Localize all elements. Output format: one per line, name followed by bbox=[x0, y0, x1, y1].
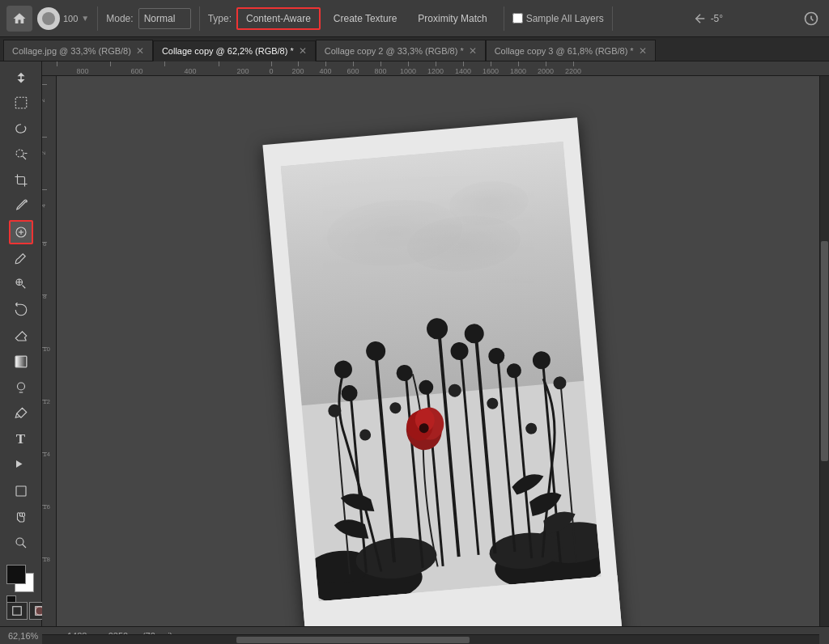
ruler-tick bbox=[271, 61, 272, 66]
svg-point-12 bbox=[17, 383, 24, 390]
tool-history-brush[interactable] bbox=[9, 298, 33, 322]
tool-eyedropper[interactable] bbox=[9, 194, 33, 218]
ruler-label: 1600 bbox=[483, 67, 499, 75]
tab-collage-copy2[interactable]: Collage copy 2 @ 33,3% (RGB/8) * ✕ bbox=[316, 40, 486, 61]
mode-select[interactable]: Normal bbox=[138, 8, 191, 29]
horizontal-scrollbar-thumb[interactable] bbox=[236, 637, 470, 643]
ruler-label: 1000 bbox=[400, 67, 416, 75]
svg-rect-32 bbox=[514, 373, 533, 558]
svg-rect-13 bbox=[16, 486, 26, 496]
type-label: Type: bbox=[208, 13, 232, 24]
tool-lasso[interactable] bbox=[9, 117, 33, 141]
ruler-label: 1800 bbox=[510, 67, 526, 75]
v-ruler-label: 6 bbox=[43, 240, 46, 248]
sample-all-layers-label: Sample All Layers bbox=[526, 13, 604, 24]
svg-point-44 bbox=[506, 362, 522, 379]
tab-label: Collage copy 3 @ 61,8% (RGB/8) * bbox=[495, 46, 634, 56]
tab-label: Collage copy @ 62,2% (RGB/8) * bbox=[162, 46, 294, 56]
tool-path-select[interactable] bbox=[9, 453, 33, 477]
proximity-match-button[interactable]: Proximity Match bbox=[410, 7, 495, 30]
horizontal-ruler: 800 600 400 200 0 200 400 600 800 1000 bbox=[42, 61, 829, 76]
ruler-tick bbox=[353, 61, 354, 66]
tool-crop[interactable] bbox=[9, 168, 33, 193]
separator-1 bbox=[97, 6, 98, 31]
v-ruler-label: 2 bbox=[42, 99, 46, 102]
tab-collage-copy[interactable]: Collage copy @ 62,2% (RGB/8) * ✕ bbox=[153, 40, 316, 61]
tab-close-copy2[interactable]: ✕ bbox=[469, 45, 477, 57]
ruler-tick bbox=[408, 61, 409, 66]
pressure-button[interactable] bbox=[800, 7, 823, 30]
sample-all-layers-checkbox[interactable] bbox=[512, 13, 523, 23]
tool-hand[interactable] bbox=[9, 505, 33, 529]
ruler-tick bbox=[463, 61, 464, 66]
svg-point-38 bbox=[396, 364, 414, 382]
tab-label: Collage copy 2 @ 33,3% (RGB/8) * bbox=[325, 46, 464, 56]
tool-gradient[interactable] bbox=[9, 350, 33, 374]
tab-close-copy[interactable]: ✕ bbox=[299, 45, 307, 57]
ruler-tick bbox=[164, 61, 165, 66]
ruler-label: 2000 bbox=[538, 67, 554, 75]
tabs-row: Collage.jpg @ 33,3% (RGB/8) ✕ Collage co… bbox=[0, 37, 829, 61]
v-ruler-label: 14 bbox=[43, 451, 50, 458]
angle-container: -5° bbox=[693, 11, 723, 26]
separator-2 bbox=[199, 6, 200, 31]
tool-clone-stamp[interactable] bbox=[9, 272, 33, 296]
pressure-container bbox=[800, 7, 823, 30]
svg-point-49 bbox=[553, 376, 567, 390]
separator-4 bbox=[612, 6, 613, 31]
ruler-label: 1400 bbox=[455, 67, 471, 75]
color-swatches[interactable] bbox=[6, 565, 36, 594]
mode-label: Mode: bbox=[106, 13, 133, 24]
tool-spot-healing[interactable] bbox=[9, 220, 33, 244]
tab-close-collage[interactable]: ✕ bbox=[136, 45, 144, 57]
ruler-label: 600 bbox=[130, 67, 142, 75]
tab-collage[interactable]: Collage.jpg @ 33,3% (RGB/8) ✕ bbox=[3, 40, 153, 61]
tool-type[interactable]: T bbox=[9, 427, 33, 451]
ruler-tick bbox=[546, 61, 546, 66]
tab-label: Collage.jpg @ 33,3% (RGB/8) bbox=[12, 46, 131, 56]
tool-quick-select[interactable] bbox=[9, 142, 33, 167]
svg-point-39 bbox=[419, 379, 435, 396]
v-ruler-label: 12 bbox=[43, 398, 50, 405]
status-bar: 62,16% ‹ 1488 px x 2352 px (72 ppi) › bbox=[0, 626, 829, 644]
bottom-scrollbar[interactable] bbox=[42, 634, 819, 644]
svg-point-48 bbox=[532, 350, 551, 370]
canvas-area: 800 600 400 200 0 200 400 600 800 1000 bbox=[42, 61, 829, 626]
ruler-label: 400 bbox=[319, 67, 331, 75]
foreground-color[interactable] bbox=[6, 565, 26, 584]
ruler-tick bbox=[380, 61, 381, 66]
content-aware-button[interactable]: Content-Aware bbox=[236, 7, 321, 30]
tab-collage-copy3[interactable]: Collage copy 3 @ 61,8% (RGB/8) * ✕ bbox=[486, 40, 656, 61]
ruler-tick bbox=[298, 61, 299, 66]
v-ruler-label: 10 bbox=[43, 345, 50, 353]
right-scrollbar[interactable] bbox=[819, 76, 829, 626]
tool-zoom[interactable] bbox=[9, 531, 33, 555]
tool-move[interactable] bbox=[9, 65, 33, 89]
brush-selector[interactable]: 100 ▼ bbox=[37, 7, 89, 30]
ruler-label: 600 bbox=[346, 67, 359, 75]
vertical-ruler: 2 2 4 6 8 10 12 14 16 18 bbox=[42, 76, 57, 626]
v-ruler-label: 16 bbox=[43, 503, 50, 511]
canvas-wrapper[interactable] bbox=[57, 76, 829, 626]
v-ruler-tick bbox=[42, 137, 47, 138]
svg-rect-25 bbox=[374, 353, 396, 562]
home-button[interactable] bbox=[6, 6, 32, 32]
top-toolbar: 100 ▼ Mode: Normal Type: Content-Aware C… bbox=[0, 0, 829, 37]
svg-point-43 bbox=[487, 347, 505, 365]
svg-point-53 bbox=[525, 422, 538, 434]
tool-pen[interactable] bbox=[9, 401, 33, 426]
create-texture-button[interactable]: Create Texture bbox=[325, 7, 406, 30]
tool-dodge[interactable] bbox=[9, 375, 33, 400]
svg-point-41 bbox=[450, 341, 470, 361]
svg-rect-30 bbox=[474, 336, 497, 553]
tool-eraser[interactable] bbox=[9, 324, 33, 348]
tab-close-copy3[interactable]: ✕ bbox=[639, 45, 647, 57]
tool-brush[interactable] bbox=[9, 246, 33, 270]
ruler-label: 200 bbox=[236, 67, 249, 75]
brush-dropdown-arrow[interactable]: ▼ bbox=[81, 14, 89, 23]
angle-value[interactable]: -5° bbox=[711, 13, 723, 24]
standard-mode-button[interactable] bbox=[6, 602, 28, 620]
tool-marquee[interactable] bbox=[9, 91, 33, 115]
tool-shape[interactable] bbox=[9, 479, 33, 503]
scrollbar-thumb[interactable] bbox=[821, 241, 828, 461]
